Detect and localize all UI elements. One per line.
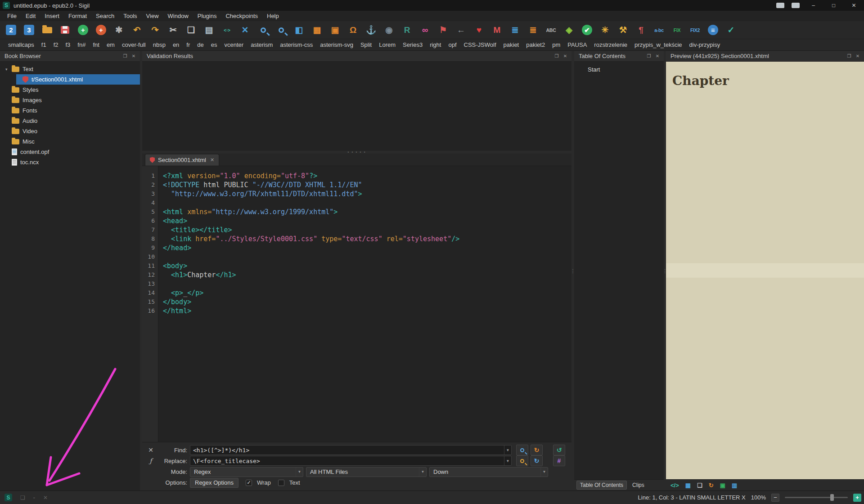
fix-icon[interactable]: FIX xyxy=(670,23,684,37)
menu-format[interactable]: Format xyxy=(64,12,91,20)
generate-toc-icon[interactable]: ≣ xyxy=(526,23,540,37)
toolbar-button-asterism-svg[interactable]: asterism-svg xyxy=(316,41,357,48)
cut-icon[interactable]: ✂ xyxy=(166,23,180,37)
replace-dropdown-icon[interactable]: ▼ xyxy=(504,456,511,465)
code-editor[interactable]: 1<?xml version="1.0" encoding="utf-8"?>2… xyxy=(142,166,572,442)
hyphenate-icon[interactable]: a-bc xyxy=(652,23,666,37)
paste-icon[interactable]: ▤ xyxy=(202,23,216,37)
close-icon[interactable]: ✕ xyxy=(562,53,569,60)
toolbar-button-right[interactable]: right xyxy=(426,41,445,48)
tab-section0001-xhtml[interactable]: Section0001.xhtml ✕ xyxy=(145,154,219,166)
wellformed-check-icon[interactable]: ◈ xyxy=(562,23,576,37)
toc-item-start[interactable]: Start xyxy=(574,64,664,74)
tree-item-content-opf[interactable]: content.opf xyxy=(0,147,140,157)
toolbar-button-asterism-css[interactable]: asterism-css xyxy=(276,41,316,48)
toolbar-button-pm[interactable]: pm xyxy=(549,41,564,48)
expand-arrow-icon[interactable]: ▾ xyxy=(5,67,12,72)
dock-tab-table-of-contents[interactable]: Table Of Contents xyxy=(576,481,627,490)
toolbar-button-split[interactable]: Split xyxy=(357,41,375,48)
plugin-icon[interactable]: ❏ xyxy=(20,495,25,501)
toc-list-icon[interactable]: ≣ xyxy=(508,23,522,37)
save-icon[interactable] xyxy=(58,23,72,37)
replace-next-button[interactable] xyxy=(516,455,528,466)
toolbar-button-div-przypisy[interactable]: div-przypisy xyxy=(686,41,724,48)
toolbar-button-em[interactable]: em xyxy=(103,41,118,48)
close-icon[interactable]: ✕ xyxy=(654,53,661,60)
fix2-icon[interactable]: FIX2 xyxy=(688,23,702,37)
settings-gear-icon[interactable]: ✱ xyxy=(112,23,126,37)
tree-item-styles[interactable]: Styles xyxy=(0,85,140,95)
toolbar-button-pakiet2[interactable]: pakiet2 xyxy=(522,41,549,48)
zoom-slider-handle[interactable] xyxy=(830,494,834,501)
minimize-button[interactable]: – xyxy=(803,0,824,11)
undock-icon[interactable]: ❐ xyxy=(553,53,560,60)
toolbar-button-f2[interactable]: f2 xyxy=(50,41,62,48)
menu-search[interactable]: Search xyxy=(91,12,119,20)
checkpoint-icon[interactable]: ▫ xyxy=(33,495,35,501)
toolbar-button-f3[interactable]: f3 xyxy=(62,41,74,48)
undock-icon[interactable]: ❐ xyxy=(122,53,129,60)
menu-window[interactable]: Window xyxy=(163,12,193,20)
menu-view[interactable]: View xyxy=(142,12,163,20)
donate-heart-icon[interactable]: ♥ xyxy=(472,23,486,37)
replace-input[interactable]: \F<force_titlecase> ▼ xyxy=(190,456,512,466)
toolbar-button-pausa[interactable]: PAUSA xyxy=(564,41,590,48)
add-existing-icon[interactable]: + xyxy=(94,23,108,37)
toolbar-button-fn-[interactable]: fn# xyxy=(74,41,89,48)
insert-link-icon[interactable]: ∞ xyxy=(418,23,432,37)
toolbar-button-css-jswolf[interactable]: CSS-JSWolf xyxy=(460,41,500,48)
toolbar-button-es[interactable]: es xyxy=(207,41,221,48)
clear-icon[interactable]: ✕ xyxy=(43,495,48,501)
tree-item-fonts[interactable]: Fonts xyxy=(0,105,140,116)
tree-item-images[interactable]: Images xyxy=(0,95,140,105)
toolbar-button-vcenter[interactable]: vcenter xyxy=(221,41,248,48)
dock-tab-clips[interactable]: Clips xyxy=(629,481,648,489)
pilcrow-icon[interactable]: ¶ xyxy=(634,23,648,37)
menu-edit[interactable]: Edit xyxy=(21,12,40,20)
tree-item-toc-ncx[interactable]: toc.ncx xyxy=(0,157,140,167)
validate-check-icon[interactable]: ✔ xyxy=(580,23,594,37)
toolbar-button-pakiet[interactable]: pakiet xyxy=(500,41,523,48)
insert-table-icon[interactable]: ▦ xyxy=(310,23,324,37)
regex-options-button[interactable]: Regex Options xyxy=(190,478,238,488)
maximize-button[interactable]: □ xyxy=(824,0,844,11)
close-icon[interactable]: ✕ xyxy=(854,53,861,60)
toolbar-button-przypis-w-tek-cie[interactable]: przypis_w_tekście xyxy=(631,41,686,48)
menu-plugins[interactable]: Plugins xyxy=(193,12,221,20)
find-icon[interactable] xyxy=(256,23,270,37)
replace-all-button[interactable]: ↻ xyxy=(531,455,543,466)
code-view-icon[interactable]: </> xyxy=(670,482,679,489)
toolbar-button-f1[interactable]: f1 xyxy=(38,41,50,48)
find-input[interactable]: <h1>([^>]*)</h1> ▼ xyxy=(190,445,512,455)
insert-image-icon[interactable]: ▣ xyxy=(328,23,342,37)
redo-icon[interactable]: ↷ xyxy=(148,23,162,37)
toolbar-button-smallcaps[interactable]: smallcaps xyxy=(4,41,38,48)
repair-wrench-icon[interactable]: ⚒ xyxy=(616,23,630,37)
direction-select[interactable]: Down ▼ xyxy=(429,467,548,477)
zoom-out-button[interactable]: − xyxy=(771,494,779,502)
open-book-icon[interactable] xyxy=(40,23,54,37)
close-button[interactable]: ✕ xyxy=(844,0,864,11)
toolbar-button-lorem[interactable]: Lorem xyxy=(375,41,399,48)
reports-icon[interactable]: R xyxy=(400,23,414,37)
inspect-icon[interactable]: ▦ xyxy=(685,482,691,489)
toolbar-button-de[interactable]: de xyxy=(194,41,207,48)
toolbar-button-fnt[interactable]: fnt xyxy=(89,41,103,48)
text-checkbox[interactable] xyxy=(278,480,284,486)
zoom-find-icon[interactable] xyxy=(274,23,288,37)
mode-select[interactable]: Regex ▼ xyxy=(190,467,303,477)
menu-tools[interactable]: Tools xyxy=(119,12,141,20)
new-epub3-icon[interactable]: 3 xyxy=(22,23,36,37)
zoom-slider[interactable] xyxy=(785,497,848,498)
code-view-icon[interactable]: <∙> xyxy=(220,23,234,37)
menu-checkpoints[interactable]: Checkpoints xyxy=(221,12,262,20)
undock-icon[interactable]: ❐ xyxy=(846,53,853,60)
toolbar-button-nbsp[interactable]: nbsp xyxy=(149,41,169,48)
on-screen-keyboard-icon[interactable] xyxy=(792,3,800,8)
special-characters-icon[interactable]: Ω xyxy=(346,23,360,37)
close-find-icon[interactable]: ✕ xyxy=(145,446,157,454)
reflow-lines-icon[interactable]: ≡ xyxy=(706,23,720,37)
new-epub2-icon[interactable]: 2 xyxy=(4,23,18,37)
splitter-center[interactable]: ⋮ xyxy=(572,51,574,490)
undo-icon[interactable]: ↶ xyxy=(130,23,144,37)
